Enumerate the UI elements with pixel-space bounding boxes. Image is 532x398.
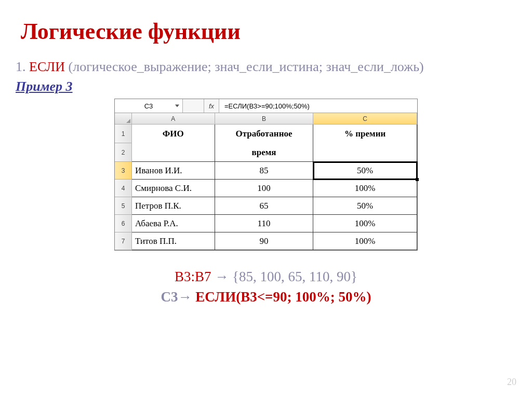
- formula-text: ЕСЛИ(B3<=90; 100%; 50%): [195, 289, 371, 305]
- cell-b5[interactable]: 65: [215, 197, 314, 215]
- select-all-corner[interactable]: [115, 113, 132, 125]
- cell-b7[interactable]: 90: [215, 232, 314, 250]
- name-box[interactable]: C3: [115, 99, 183, 113]
- table-row: 5 Петров П.К. 65 50%: [115, 197, 417, 215]
- formula-cancel-icon: [183, 99, 204, 113]
- cell-c6[interactable]: 100%: [313, 215, 417, 232]
- table-row: 3 Иванов И.И. 85 50%: [115, 162, 417, 180]
- cell-ref: C3: [161, 289, 178, 305]
- table-header-row: 1 ФИО Отработанное % премии: [115, 125, 417, 143]
- row-header-3[interactable]: 3: [115, 162, 132, 180]
- cell-c5[interactable]: 50%: [313, 197, 417, 215]
- header-bonus-2: [313, 143, 417, 162]
- bottom-annotations: B3:B7 → {85, 100, 65, 110, 90} C3→ ЕСЛИ(…: [16, 269, 516, 305]
- excel-screenshot: C3 fx =ЕСЛИ(B3>=90;100%;50%) A B C 1 ФИО…: [114, 99, 418, 251]
- cell-c7[interactable]: 100%: [313, 232, 417, 250]
- header-time-top: Отработанное: [215, 125, 314, 143]
- arrow-icon: →: [178, 289, 192, 305]
- header-bonus: % премии: [313, 125, 417, 143]
- header-time-bottom: время: [215, 143, 314, 162]
- cell-b3[interactable]: 85: [215, 162, 314, 180]
- table-row: 6 Абаева Р.А. 110 100%: [115, 215, 417, 232]
- range-values: {85, 100, 65, 110, 90}: [232, 269, 357, 284]
- cell-a6[interactable]: Абаева Р.А.: [132, 215, 215, 232]
- cell-b4[interactable]: 100: [215, 180, 314, 197]
- function-name: ЕСЛИ: [29, 59, 65, 74]
- row-header-1[interactable]: 1: [115, 125, 132, 143]
- cell-a4[interactable]: Смирнова С.И.: [132, 180, 215, 197]
- range-ref: B3:B7: [175, 269, 211, 284]
- example-label: Пример 3: [16, 79, 516, 94]
- formula-input[interactable]: =ЕСЛИ(B3>=90;100%;50%): [219, 99, 417, 113]
- table-row: 4 Смирнова С.И. 100 100%: [115, 180, 417, 197]
- cell-a5[interactable]: Петров П.К.: [132, 197, 215, 215]
- arrow-icon: →: [215, 269, 229, 284]
- page-number: 20: [507, 377, 516, 388]
- list-number: 1.: [16, 59, 26, 74]
- col-header-a[interactable]: A: [132, 113, 215, 125]
- row-header-6[interactable]: 6: [115, 215, 132, 232]
- header-fio-2: [132, 143, 215, 162]
- cell-c4[interactable]: 100%: [313, 180, 417, 197]
- cell-a7[interactable]: Титов П.П.: [132, 232, 215, 250]
- row-header-4[interactable]: 4: [115, 180, 132, 197]
- row-header-7[interactable]: 7: [115, 232, 132, 250]
- cell-c3[interactable]: 50%: [313, 162, 417, 180]
- row-header-5[interactable]: 5: [115, 197, 132, 215]
- formula-line: C3→ ЕСЛИ(B3<=90; 100%; 50%): [16, 289, 516, 305]
- col-header-c[interactable]: C: [313, 113, 417, 125]
- table-row: 7 Титов П.П. 90 100%: [115, 232, 417, 250]
- column-headers: A B C: [115, 113, 417, 125]
- cell-b6[interactable]: 110: [215, 215, 314, 232]
- function-description: 1. ЕСЛИ (логическое_выражение; знач_если…: [16, 58, 516, 76]
- row-header-2[interactable]: 2: [115, 143, 132, 162]
- col-header-b[interactable]: B: [215, 113, 314, 125]
- fx-icon[interactable]: fx: [204, 99, 219, 113]
- header-fio: ФИО: [132, 125, 215, 143]
- formula-bar: C3 fx =ЕСЛИ(B3>=90;100%;50%): [115, 99, 417, 113]
- slide-title: Логические функции: [21, 18, 516, 45]
- function-args: (логическое_выражение; знач_если_истина;…: [69, 59, 424, 74]
- table-header-row-2: 2 время: [115, 143, 417, 162]
- cell-a3[interactable]: Иванов И.И.: [132, 162, 215, 180]
- range-values-line: B3:B7 → {85, 100, 65, 110, 90}: [16, 269, 516, 285]
